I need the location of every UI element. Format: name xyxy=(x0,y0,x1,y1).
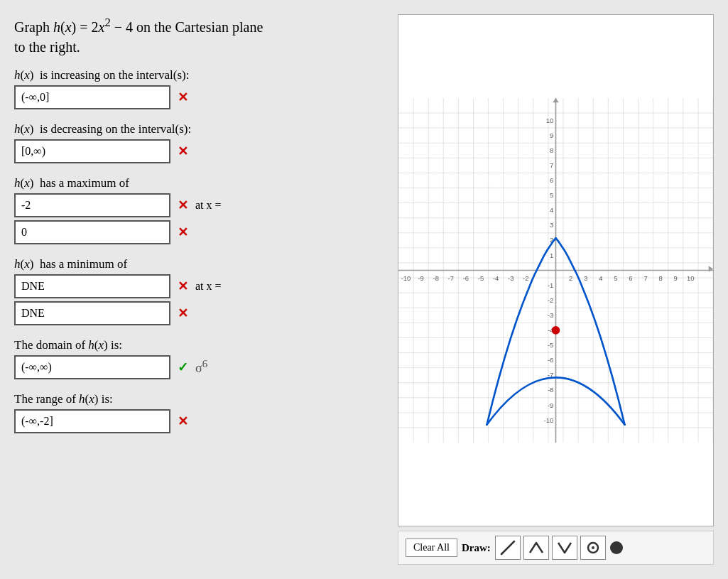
draw-dot-tool[interactable] xyxy=(610,541,623,554)
svg-text:-8: -8 xyxy=(548,386,553,394)
problem-title: Graph h(x) = 2x2 − 4 on the Cartesian pl… xyxy=(14,14,384,57)
maximum-label: h(x) has a maximum of xyxy=(14,176,384,190)
minimum-value-clear-btn[interactable]: ✕ xyxy=(175,278,191,294)
maximum-at-x-label: at x = xyxy=(195,199,222,212)
increasing-label: h(x) is increasing on the interval(s): xyxy=(14,68,384,82)
maximum-value-clear-btn[interactable]: ✕ xyxy=(175,197,191,213)
svg-text:-6: -6 xyxy=(548,356,553,364)
svg-point-84 xyxy=(552,327,560,335)
svg-text:-3: -3 xyxy=(548,311,553,319)
svg-text:6: 6 xyxy=(550,176,553,184)
domain-sigma-btn[interactable]: σ6 xyxy=(195,358,207,376)
draw-line-tool[interactable] xyxy=(495,536,521,560)
svg-text:-8: -8 xyxy=(433,274,439,282)
svg-text:6: 6 xyxy=(629,274,632,282)
draw-circle-tool[interactable] xyxy=(580,536,606,560)
maximum-x-input[interactable]: 0 xyxy=(14,220,170,244)
range-label: The range of h(x) is: xyxy=(14,392,384,406)
svg-text:3: 3 xyxy=(550,221,553,229)
draw-valley-tool[interactable] xyxy=(552,536,577,560)
svg-text:-9: -9 xyxy=(548,401,553,409)
minimum-label: h(x) has a minimum of xyxy=(14,257,384,271)
draw-mountain-tool[interactable] xyxy=(523,536,549,560)
svg-text:1: 1 xyxy=(550,251,553,259)
decreasing-clear-btn[interactable]: ✕ xyxy=(175,144,191,159)
increasing-input[interactable]: (-∞,0] xyxy=(14,85,170,109)
svg-text:7: 7 xyxy=(643,274,647,282)
svg-text:-9: -9 xyxy=(418,274,423,282)
minimum-value-input[interactable]: DNE xyxy=(14,274,170,298)
minimum-x-clear-btn[interactable]: ✕ xyxy=(175,305,191,321)
clear-all-button[interactable]: Clear All xyxy=(406,539,457,557)
maximum-value-input[interactable]: -2 xyxy=(14,193,170,217)
minimum-at-x-label: at x = xyxy=(195,280,222,293)
svg-text:7: 7 xyxy=(550,161,553,169)
svg-text:-4: -4 xyxy=(493,274,499,282)
draw-tools-group xyxy=(495,536,606,560)
svg-text:-10: -10 xyxy=(544,416,554,424)
graph-area[interactable]: -10 -9 -8 -7 -6 -5 -4 -3 -2 2 3 4 5 6 7 … xyxy=(398,14,714,526)
svg-text:9: 9 xyxy=(550,131,553,139)
svg-text:-1: -1 xyxy=(548,281,553,289)
svg-text:8: 8 xyxy=(550,146,553,154)
increasing-clear-btn[interactable]: ✕ xyxy=(175,90,191,105)
decreasing-label: h(x) is decreasing on the interval(s): xyxy=(14,122,384,136)
svg-text:-3: -3 xyxy=(508,274,514,282)
svg-text:-6: -6 xyxy=(463,274,469,282)
svg-text:4: 4 xyxy=(550,206,553,214)
draw-label: Draw: xyxy=(462,542,491,554)
svg-text:-7: -7 xyxy=(448,274,454,282)
svg-text:3: 3 xyxy=(584,274,587,282)
domain-label: The domain of h(x) is: xyxy=(14,338,384,352)
domain-check-btn[interactable]: ✓ xyxy=(175,359,191,375)
domain-input[interactable]: (-∞,∞) xyxy=(14,355,170,379)
svg-text:2: 2 xyxy=(569,274,572,282)
svg-text:-5: -5 xyxy=(478,274,484,282)
svg-text:-10: -10 xyxy=(401,274,411,282)
svg-text:9: 9 xyxy=(674,274,678,282)
svg-text:8: 8 xyxy=(659,274,663,282)
graph-svg: -10 -9 -8 -7 -6 -5 -4 -3 -2 2 3 4 5 6 7 … xyxy=(398,15,713,526)
maximum-x-clear-btn[interactable]: ✕ xyxy=(175,224,191,240)
svg-text:4: 4 xyxy=(599,274,602,282)
svg-text:-2: -2 xyxy=(523,274,528,282)
svg-text:10: 10 xyxy=(546,117,554,124)
range-input[interactable]: (-∞,-2] xyxy=(14,409,170,433)
svg-line-87 xyxy=(501,541,514,554)
svg-text:-5: -5 xyxy=(548,341,553,349)
svg-text:5: 5 xyxy=(550,191,553,199)
graph-toolbar: Clear All Draw: xyxy=(398,531,714,565)
range-clear-btn[interactable]: ✕ xyxy=(175,413,191,429)
minimum-x-input[interactable]: DNE xyxy=(14,301,170,325)
svg-text:10: 10 xyxy=(687,274,695,282)
decreasing-input[interactable]: [0,∞) xyxy=(14,139,170,163)
svg-point-89 xyxy=(592,546,594,549)
svg-text:-2: -2 xyxy=(548,296,553,304)
svg-text:5: 5 xyxy=(614,274,617,282)
